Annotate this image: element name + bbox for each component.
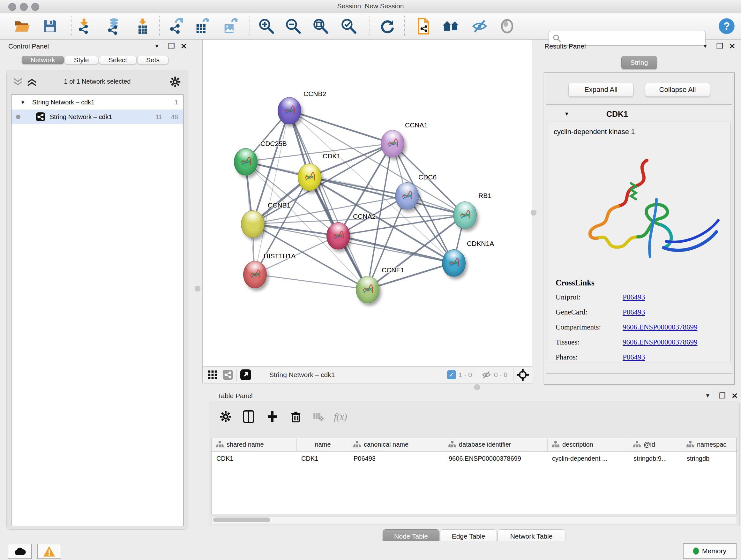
scrollbar-thumb[interactable]	[213, 517, 270, 522]
network-node-CCNA1[interactable]	[381, 130, 404, 158]
crosslink-link[interactable]: P06493	[623, 353, 645, 361]
fx-icon: f(x)	[334, 411, 347, 422]
birdseye-view-icon[interactable]	[240, 369, 252, 381]
share-view-icon[interactable]	[222, 369, 233, 380]
zoom-fit-icon	[312, 17, 329, 35]
footer-separator	[237, 368, 237, 381]
network-node-CCNB2[interactable]	[278, 97, 301, 125]
warnings-button[interactable]	[37, 544, 61, 559]
expand-all-button[interactable]: Expand All	[568, 83, 633, 97]
crosslinks-section: CrossLinks Uniprot:P06493 GeneCard:P0649…	[556, 278, 697, 368]
node-table: shared name name canonical name database…	[212, 438, 737, 514]
shared-column-icon	[551, 440, 560, 449]
network-row[interactable]: String Network – cdk1 11 48	[11, 110, 183, 124]
show-columns-button[interactable]	[240, 408, 258, 426]
collapse-all-button[interactable]: Collapse All	[645, 83, 710, 97]
create-column-button[interactable]	[263, 408, 281, 426]
window-title: Session: New Session	[0, 2, 741, 10]
import-network-database-button[interactable]	[104, 17, 123, 36]
help-button[interactable]: ?	[718, 17, 736, 36]
crosslink-link[interactable]: P06493	[623, 293, 645, 301]
network-options-gear-icon[interactable]	[170, 76, 181, 87]
panel-menu-icon[interactable]: ▼	[154, 43, 159, 50]
network-selection-status: 1 of 1 Network selected	[7, 78, 188, 85]
control-panel-title: Control Panel	[8, 43, 49, 50]
column-header[interactable]: @id	[629, 438, 682, 451]
network-node-CDC25B[interactable]	[234, 148, 258, 176]
delete-column-button[interactable]	[287, 408, 305, 426]
network-node-CCNE1[interactable]	[356, 276, 380, 303]
tab-select[interactable]: Select	[99, 56, 137, 64]
import-network-file-button[interactable]	[74, 17, 92, 36]
node-result-header[interactable]: ▼ CDK1	[546, 106, 732, 122]
float-panel-icon[interactable]: ❐	[716, 42, 723, 51]
zoom-in-button[interactable]	[257, 17, 276, 36]
open-folder-icon	[14, 18, 30, 35]
export-network-button[interactable]	[166, 17, 185, 36]
network-node-CDKN1A[interactable]	[442, 249, 466, 277]
hidden-counts: 0 - 0	[494, 371, 508, 379]
entry-description: cyclin-dependent kinase 1	[554, 128, 731, 136]
column-header[interactable]: canonical name	[349, 438, 444, 451]
tab-string[interactable]: String	[621, 56, 657, 69]
close-panel-icon[interactable]: ✕	[731, 391, 738, 400]
status-bar: Memory	[0, 541, 741, 560]
network-node-HIST1H1A[interactable]	[243, 261, 267, 288]
hide-selected-button[interactable]	[470, 17, 489, 36]
zoom-selected-button[interactable]	[340, 17, 358, 36]
search-input[interactable]	[562, 35, 705, 42]
memory-button[interactable]: Memory	[683, 543, 737, 559]
open-session-button[interactable]	[13, 17, 31, 36]
export-image-button[interactable]	[221, 17, 239, 36]
close-panel-icon[interactable]: ✕	[181, 42, 187, 51]
tab-sets[interactable]: Sets	[137, 56, 169, 64]
float-panel-icon[interactable]: ❐	[168, 42, 175, 51]
show-all-button[interactable]	[498, 17, 516, 36]
control-panel-tabs: NetworkStyleSelectSets	[22, 56, 169, 64]
zoom-fit-button[interactable]	[312, 17, 330, 36]
left-splitter-handle[interactable]	[195, 286, 200, 292]
crosslink-link[interactable]: 9606.ENSP00000378699	[623, 323, 697, 331]
panel-menu-icon[interactable]: ▼	[705, 393, 711, 399]
zoom-out-button[interactable]	[284, 17, 302, 36]
network-node-CDC6[interactable]	[395, 182, 419, 210]
grid-view-icon[interactable]	[207, 369, 218, 380]
tab-network[interactable]: Network	[22, 56, 64, 64]
table-row[interactable]: CDK1 CDK1 P06493 9606.ENSP00000378699 cy…	[212, 451, 737, 465]
column-header[interactable]: namespac	[682, 438, 736, 451]
right-splitter-handle[interactable]	[531, 210, 536, 215]
table-options-gear-button[interactable]	[217, 408, 234, 426]
network-node-RB1[interactable]	[453, 201, 477, 229]
structure-thumbnail	[302, 170, 317, 184]
close-panel-icon[interactable]: ✕	[729, 42, 735, 51]
column-header[interactable]: database identifier	[444, 438, 548, 451]
selected-checkbox-icon[interactable]: ✓	[447, 370, 456, 379]
float-panel-icon[interactable]: ❐	[719, 391, 726, 400]
save-session-button[interactable]	[41, 17, 59, 36]
delete-table-icon	[313, 412, 324, 422]
network-node-CCNA2[interactable]	[327, 222, 350, 250]
cloud-status-button[interactable]	[8, 544, 32, 559]
table-horizontal-scrollbar[interactable]	[212, 516, 737, 524]
entry-collapse-icon[interactable]: ▼	[564, 111, 569, 117]
apply-layout-button[interactable]	[378, 17, 396, 36]
panel-menu-icon[interactable]: ▼	[702, 43, 708, 50]
network-node-CDK1[interactable]	[298, 164, 321, 191]
tab-style[interactable]: Style	[64, 56, 98, 64]
structure-thumbnail	[400, 189, 414, 203]
export-table-button[interactable]	[193, 17, 211, 36]
column-header[interactable]: shared name	[212, 438, 297, 451]
collection-expand-icon[interactable]: ▼	[20, 100, 25, 105]
crosslink-link[interactable]: 9606.ENSP00000378699	[623, 338, 697, 347]
column-header[interactable]: name	[297, 438, 349, 451]
string-document-button[interactable]	[414, 17, 433, 36]
crosslink-link[interactable]: P06493	[623, 308, 645, 316]
network-canvas[interactable]: CCNB2CCNA1CDC25BCDK1CDC6RB1CCNB1CCNA2CDK…	[203, 40, 532, 367]
home-button[interactable]	[442, 17, 460, 36]
hidden-eye-icon[interactable]	[481, 370, 491, 380]
import-table-file-button[interactable]	[133, 17, 152, 36]
crosshair-icon[interactable]	[517, 369, 529, 381]
column-header[interactable]: description	[548, 438, 629, 451]
network-collection-row[interactable]: ▼ String Network – cdk1 1	[11, 95, 183, 110]
network-node-CCNB1[interactable]	[241, 210, 265, 238]
